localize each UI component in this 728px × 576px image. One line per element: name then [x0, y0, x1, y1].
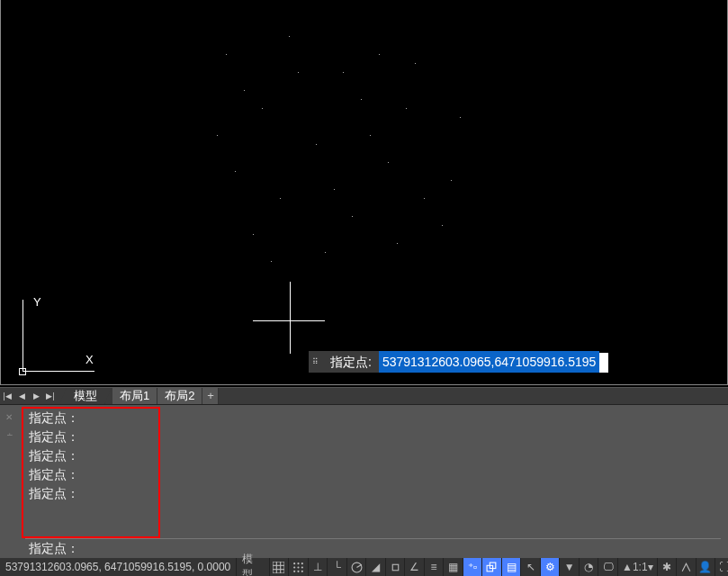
- command-panel: ✕ ⫠ 指定点： 指定点： 指定点： 指定点： 指定点： 指定点：: [0, 405, 728, 558]
- layout-tab-bar: |◀ ◀ ▶ ▶| 模型 布局1 布局2 +: [0, 387, 728, 405]
- svg-rect-0: [273, 562, 284, 573]
- crosshair-vertical: [290, 282, 291, 354]
- history-line: 指定点：: [25, 409, 721, 428]
- lwt-toggle-icon[interactable]: ≡: [424, 558, 444, 576]
- annotation-auto-icon[interactable]: [676, 558, 696, 576]
- svg-point-9: [297, 566, 299, 568]
- prompt-label: 指定点:: [323, 351, 379, 373]
- svg-point-10: [301, 566, 303, 568]
- workspace-icon[interactable]: ⚙: [540, 558, 560, 576]
- dyn-input-toggle-icon[interactable]: ⁺▫: [463, 558, 482, 576]
- command-input-row[interactable]: 指定点：: [25, 538, 721, 556]
- tab-layout2[interactable]: 布局2: [157, 388, 202, 404]
- qprops-toggle-icon[interactable]: ▤: [501, 558, 521, 576]
- annotation-visibility-icon[interactable]: ✱: [657, 558, 677, 576]
- cursor-caret: [599, 353, 608, 373]
- close-icon[interactable]: ✕: [5, 412, 14, 421]
- otrack-toggle-icon[interactable]: ∠: [404, 558, 424, 576]
- transparency-toggle-icon[interactable]: ▦: [443, 558, 463, 576]
- command-history: 指定点： 指定点： 指定点： 指定点： 指定点：: [25, 409, 721, 503]
- ucs-x-label: X: [85, 353, 94, 366]
- nav-next-button[interactable]: ▶: [29, 388, 43, 404]
- drag-handle-icon[interactable]: ⠿: [309, 351, 323, 373]
- svg-point-8: [293, 566, 295, 568]
- isodraft-toggle-icon[interactable]: ◢: [365, 558, 385, 576]
- svg-point-12: [297, 570, 299, 572]
- dynamic-input-prompt[interactable]: ⠿ 指定点: 53791312603.0965,6471059916.5195: [309, 351, 608, 373]
- nav-prev-button[interactable]: ◀: [14, 388, 29, 404]
- ucs-y-label: Y: [33, 295, 41, 309]
- status-coordinates: 53791312603.0965, 6471059916.5195, 0.000…: [0, 561, 236, 573]
- polar-toggle-icon[interactable]: [346, 558, 366, 576]
- svg-point-7: [301, 562, 303, 564]
- monitor-icon[interactable]: 🖵: [598, 558, 617, 576]
- layers-icon[interactable]: ▼: [559, 558, 579, 576]
- ortho-toggle-icon[interactable]: └: [327, 558, 346, 576]
- fullscreen-icon[interactable]: ⛶: [715, 558, 728, 576]
- annotation-scale[interactable]: ▲ 1:1 ▾: [617, 558, 657, 576]
- cursor-toggle-icon[interactable]: ↖: [520, 558, 540, 576]
- osnap-toggle-icon[interactable]: [385, 558, 405, 576]
- drawing-points: [181, 18, 541, 288]
- prompt-value[interactable]: 53791312603.0965,6471059916.5195: [379, 351, 599, 373]
- history-line: 指定点：: [25, 446, 721, 465]
- nav-last-button[interactable]: ▶|: [43, 388, 58, 404]
- status-bar: 53791312603.0965, 6471059916.5195, 0.000…: [0, 558, 728, 576]
- grid-toggle-icon[interactable]: [269, 558, 289, 576]
- tab-layout1[interactable]: 布局1: [112, 388, 157, 404]
- svg-point-5: [293, 562, 295, 564]
- model-toggle[interactable]: 模型: [236, 558, 268, 576]
- svg-point-6: [297, 562, 299, 564]
- pin-icon[interactable]: ⫠: [5, 428, 14, 437]
- users-icon[interactable]: 👤: [696, 558, 715, 576]
- svg-rect-16: [392, 564, 399, 571]
- command-input[interactable]: 指定点：: [25, 539, 721, 557]
- svg-point-11: [293, 570, 295, 572]
- tab-model[interactable]: 模型: [67, 388, 105, 404]
- snap-toggle-icon[interactable]: [288, 558, 308, 576]
- nav-first-button[interactable]: |◀: [0, 388, 14, 404]
- history-line: 指定点：: [25, 428, 721, 446]
- svg-point-13: [301, 570, 303, 572]
- crosshair-horizontal: [253, 320, 325, 321]
- cycling-toggle-icon[interactable]: [481, 558, 501, 576]
- drawing-canvas[interactable]: Y X ⠿ 指定点: 53791312603.0965,6471059916.5…: [0, 0, 728, 385]
- hardware-accel-icon[interactable]: ◔: [579, 558, 598, 576]
- history-line: 指定点：: [25, 465, 721, 484]
- history-line: 指定点：: [25, 484, 721, 503]
- add-layout-button[interactable]: +: [202, 388, 219, 404]
- constraint-toggle-icon[interactable]: ⊥: [308, 558, 328, 576]
